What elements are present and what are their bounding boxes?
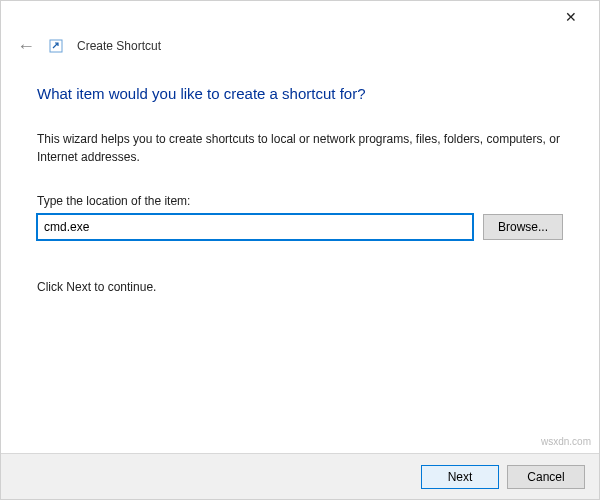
- cancel-button[interactable]: Cancel: [507, 465, 585, 489]
- browse-button[interactable]: Browse...: [483, 214, 563, 240]
- shortcut-icon: [49, 39, 63, 53]
- watermark: wsxdn.com: [541, 436, 591, 447]
- page-heading: What item would you like to create a sho…: [37, 85, 563, 102]
- description-text: This wizard helps you to create shortcut…: [37, 130, 563, 166]
- titlebar: ✕: [1, 1, 599, 33]
- dialog-title: Create Shortcut: [77, 39, 161, 53]
- footer: Next Cancel: [1, 453, 599, 499]
- location-input[interactable]: [37, 214, 473, 240]
- back-button[interactable]: ←: [17, 37, 35, 55]
- location-label: Type the location of the item:: [37, 194, 563, 208]
- header: ← Create Shortcut: [1, 33, 599, 63]
- close-icon: ✕: [565, 9, 577, 25]
- close-button[interactable]: ✕: [551, 3, 591, 31]
- content-area: What item would you like to create a sho…: [1, 63, 599, 294]
- location-row: Browse...: [37, 214, 563, 240]
- next-button[interactable]: Next: [421, 465, 499, 489]
- svg-rect-0: [50, 40, 62, 52]
- hint-text: Click Next to continue.: [37, 280, 563, 294]
